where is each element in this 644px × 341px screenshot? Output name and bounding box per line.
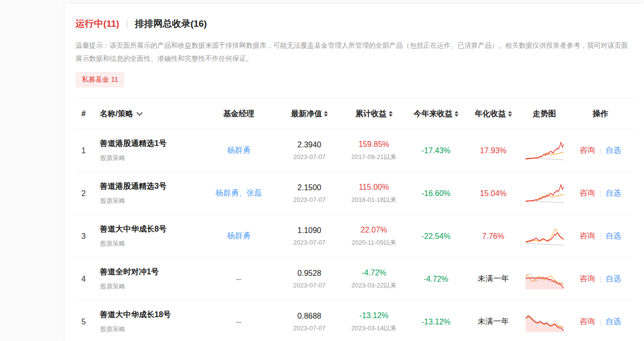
consult-link[interactable]: 咨询 xyxy=(580,145,595,156)
annualized-return-value: 7.76% xyxy=(465,232,521,241)
content-panel: 运行中(11) | 排排网总收录(16) 温馨提示：该页面所展示的产品和收益数据… xyxy=(65,4,644,341)
header-nav-label: 最新净值 xyxy=(291,109,322,119)
table-row: 2 善道港股通精选3号 股票策略 杨群勇、张磊 2.1500 2023-07-0… xyxy=(76,172,633,215)
cumulative-return-value: -4.72% xyxy=(341,269,407,277)
fund-strategy: 股票策略 xyxy=(100,154,200,162)
cumulative-return-value: 115.00% xyxy=(341,183,407,192)
since-date: 2023-03-22以来 xyxy=(341,281,407,290)
fund-name-link[interactable]: 善道大中华成长18号 xyxy=(100,310,200,320)
row-index: 1 xyxy=(76,146,100,155)
since-date: 2017-09-21以来 xyxy=(341,153,407,162)
ops-divider: | xyxy=(600,147,602,155)
consult-link[interactable]: 咨询 xyxy=(580,274,595,284)
header-name-label: 名称/策略 xyxy=(100,109,133,119)
sort-icon[interactable] xyxy=(324,111,328,117)
fund-name-link[interactable]: 善道港股通精选3号 xyxy=(100,181,200,192)
since-date: 2023-03-14以来 xyxy=(341,324,407,333)
manager-link[interactable]: 杨群勇 xyxy=(227,232,250,240)
nav-date: 2023-07-07 xyxy=(278,324,341,332)
add-favorite-link[interactable]: 自选 xyxy=(606,317,621,327)
table-row: 5 善道大中华成长18号 股票策略 -- 0.8688 2023-07-07 -… xyxy=(76,301,633,341)
chevron-down-icon[interactable] xyxy=(137,109,143,116)
since-date: 2020-11-05以来 xyxy=(341,238,407,247)
manager-link: -- xyxy=(236,275,242,283)
latest-nav-value: 2.1500 xyxy=(278,183,341,192)
header-nav-sortable[interactable]: 最新净值 xyxy=(278,109,341,119)
row-index: 3 xyxy=(76,232,100,241)
ops-divider: | xyxy=(600,233,602,240)
nav-date: 2023-07-07 xyxy=(278,153,341,161)
trend-sparkline-chart xyxy=(526,311,564,333)
header-ytd-label: 今年来收益 xyxy=(414,109,453,119)
header-ops: 操作 xyxy=(568,109,633,119)
tab-total-included[interactable]: 排排网总收录(16) xyxy=(135,18,207,30)
fund-strategy: 股票策略 xyxy=(100,282,200,291)
filter-tag-private-fund[interactable]: 私募基金 11 xyxy=(76,72,124,88)
header-chart: 走势图 xyxy=(521,109,568,119)
trend-sparkline-chart xyxy=(526,225,564,248)
trend-sparkline-chart xyxy=(526,140,564,162)
consult-link[interactable]: 咨询 xyxy=(580,188,595,198)
fund-name-link[interactable]: 善道大中华成长8号 xyxy=(100,224,200,234)
add-favorite-link[interactable]: 自选 xyxy=(606,231,621,241)
consult-link[interactable]: 咨询 xyxy=(580,231,595,241)
table-body: 1 善道港股通精选1号 股票策略 杨群勇 2.3940 2023-07-07 1… xyxy=(76,129,633,341)
fund-strategy: 股票策略 xyxy=(100,239,200,248)
fund-strategy: 股票策略 xyxy=(100,197,200,205)
ops-divider: | xyxy=(600,275,602,283)
header-annualized-sortable[interactable]: 年化收益 xyxy=(465,109,521,119)
ops-divider: | xyxy=(600,190,602,197)
ytd-return-value: -22.54% xyxy=(407,232,465,241)
manager-link[interactable]: 杨群勇 xyxy=(227,146,250,154)
header-ytd-sortable[interactable]: 今年来收益 xyxy=(407,109,465,119)
row-index: 4 xyxy=(76,275,100,284)
fund-name-link[interactable]: 善道港股通精选1号 xyxy=(100,139,200,149)
since-date: 2018-01-18以来 xyxy=(341,196,407,204)
annualized-return-value: 未满一年 xyxy=(465,317,521,327)
sort-icon[interactable] xyxy=(389,111,393,117)
row-index: 2 xyxy=(76,189,100,198)
cumulative-return-value: 22.07% xyxy=(341,226,407,234)
table-row: 1 善道港股通精选1号 股票策略 杨群勇 2.3940 2023-07-07 1… xyxy=(76,129,633,172)
tab-divider: | xyxy=(126,19,128,28)
ytd-return-value: -17.43% xyxy=(407,146,465,155)
cumulative-return-value: -13.12% xyxy=(341,311,407,320)
nav-date: 2023-07-07 xyxy=(278,196,341,203)
latest-nav-value: 0.8688 xyxy=(278,312,341,321)
trend-sparkline-chart xyxy=(526,182,564,205)
table-row: 3 善道大中华成长8号 股票策略 杨群勇 1.1090 2023-07-07 2… xyxy=(76,215,633,258)
trend-sparkline-chart xyxy=(526,268,564,290)
add-favorite-link[interactable]: 自选 xyxy=(606,188,621,198)
header-cumulative-sortable[interactable]: 累计收益 xyxy=(341,109,407,119)
nav-date: 2023-07-07 xyxy=(278,282,341,289)
disclaimer-notice: 温馨提示：该页面所展示的产品和收益数据来源于排排网数据库，可能无法覆盖基金管理人… xyxy=(76,39,631,65)
ytd-return-value: -16.60% xyxy=(407,189,465,198)
add-favorite-link[interactable]: 自选 xyxy=(606,145,621,156)
annualized-return-value: 15.04% xyxy=(465,189,521,198)
fund-name-link[interactable]: 善道全时对冲1号 xyxy=(100,267,200,277)
latest-nav-value: 0.9528 xyxy=(278,269,341,278)
manager-link: -- xyxy=(236,318,242,326)
ytd-return-value: -13.12% xyxy=(407,318,465,326)
ytd-return-value: -4.72% xyxy=(407,275,465,284)
header-index: # xyxy=(76,109,100,118)
sort-icon[interactable] xyxy=(508,111,512,117)
filter-tag-count: 11 xyxy=(111,75,118,83)
latest-nav-value: 2.3940 xyxy=(278,141,341,149)
manager-link[interactable]: 杨群勇、张磊 xyxy=(215,189,262,197)
header-name-strategy[interactable]: 名称/策略 xyxy=(100,109,200,119)
filter-tag-label: 私募基金 xyxy=(82,75,109,83)
tab-running[interactable]: 运行中(11) xyxy=(76,18,119,30)
sort-icon[interactable] xyxy=(455,111,458,117)
fund-strategy: 股票策略 xyxy=(100,325,200,334)
header-manager: 基金经理 xyxy=(200,109,278,119)
nav-date: 2023-07-07 xyxy=(278,239,341,246)
add-favorite-link[interactable]: 自选 xyxy=(606,274,621,284)
fund-list-tabs: 运行中(11) | 排排网总收录(16) xyxy=(76,4,633,30)
cumulative-return-value: 159.85% xyxy=(341,140,407,149)
table-row: 4 善道全时对冲1号 股票策略 -- 0.9528 2023-07-07 -4.… xyxy=(76,258,633,301)
fund-table: # 名称/策略 基金经理 最新净值 累计收益 今年来收益 年化收益 走势图 操作… xyxy=(76,98,633,341)
annualized-return-value: 未满一年 xyxy=(465,274,521,284)
consult-link[interactable]: 咨询 xyxy=(580,317,595,327)
header-annualized-label: 年化收益 xyxy=(475,109,506,119)
